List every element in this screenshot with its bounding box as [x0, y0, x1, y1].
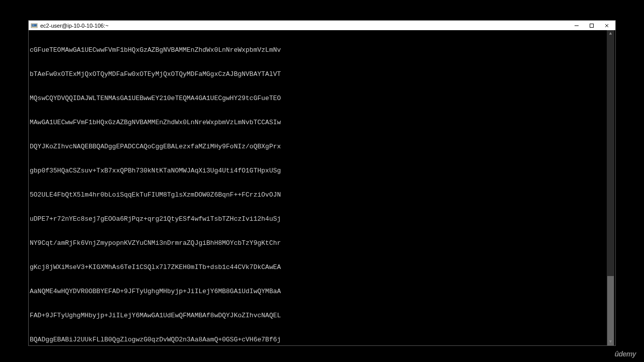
cert-line: gbp0f35HQaCSZsuv+TxB7xxQPBh730kNtKTaNOMW… [30, 167, 607, 175]
close-button[interactable] [599, 21, 614, 30]
cert-line: MQswCQYDVQQIDAJWLTENMAsGA1UEBwwEY210eTEQ… [30, 95, 607, 103]
cert-line: bTAeFw0xOTExMjQxOTQyMDFaFw0xOTEyMjQxOTQy… [30, 70, 607, 78]
cert-line: DQYJKoZIhvcNAQEBBQADggEPADCCAQoCggEBALez… [30, 143, 607, 151]
svg-rect-1 [32, 24, 37, 27]
cert-line: gKcj8jWXiMseV3+KIGXMhAs6TeI1CSQlx7l7ZKEH… [30, 263, 607, 272]
cert-line: uDPE7+r72nYEc8sej7gEOOa6RjPqz+qrg21QtyES… [30, 215, 607, 223]
putty-window: ec2-user@ip-10-0-10-106:~ cGFueTEOMAwGA1… [28, 20, 616, 346]
scrollbar[interactable]: ▲ ▼ [607, 30, 614, 345]
cert-line: BQADggEBABiJ2UUkFLlB0QgZlogwzG0qzDvWQD2n… [30, 336, 607, 344]
svg-rect-4 [590, 24, 594, 27]
cert-line: FAD+9JFTyUghgMHbyjp+JiILejY6MAwGA1UdEwQF… [30, 312, 607, 320]
udemy-watermark: ûdemy [614, 350, 636, 358]
minimize-button[interactable] [569, 21, 584, 30]
cert-line: AaNQME4wHQYDVR0OBBYEFAD+9JFTyUghgMHbyjp+… [30, 288, 607, 296]
terminal[interactable]: cGFueTEOMAwGA1UECwwFVmF1bHQxGzAZBgNVBAMM… [29, 30, 615, 345]
cert-line: 5O2ULE4FbQtX5lm4hr0bLoiSqqEkTuFIUM8TglsX… [30, 191, 607, 199]
window-controls [569, 21, 614, 30]
titlebar[interactable]: ec2-user@ip-10-0-10-106:~ [29, 21, 615, 30]
cert-line: cGFueTEOMAwGA1UECwwFVmF1bHQxGzAZBgNVBAMM… [30, 46, 607, 54]
maximize-button[interactable] [584, 21, 599, 30]
terminal-output: cGFueTEOMAwGA1UECwwFVmF1bHQxGzAZBgNVBAMM… [30, 30, 607, 345]
window-title: ec2-user@ip-10-0-10-106:~ [40, 23, 569, 29]
scroll-down-icon[interactable]: ▼ [607, 338, 614, 345]
putty-icon [31, 22, 38, 29]
scroll-up-icon[interactable]: ▲ [607, 30, 614, 37]
cert-line: NY9Cqt/amRjFk6VnjZmypopnKVZYuCNMi3nDrmra… [30, 239, 607, 247]
cert-line: MAwGA1UECwwFVmF1bHQxGzAZBgNVBAMMEnZhdWx0… [30, 119, 607, 127]
scroll-thumb[interactable] [607, 276, 614, 345]
